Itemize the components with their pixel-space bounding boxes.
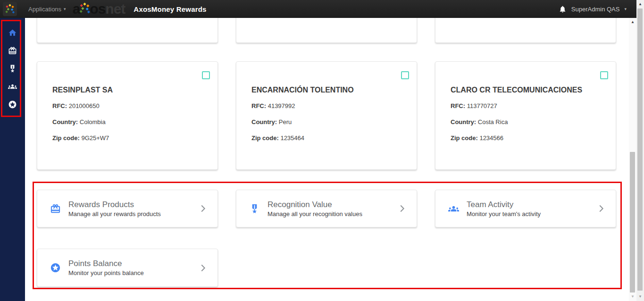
company-name: ENCARNACIÓN TOLENTINO <box>251 85 401 95</box>
brand-letters-net: net <box>105 2 125 16</box>
rfc-value: 201000650 <box>69 102 100 109</box>
window-scrollbar-thumb[interactable] <box>637 8 643 291</box>
axosnet-pinwheel-icon <box>5 4 15 14</box>
rfc-label: RFC: <box>52 102 67 109</box>
rfc-label: RFC: <box>251 102 266 109</box>
chevron-right-icon <box>198 263 208 273</box>
brand-x-pinwheel-icon <box>79 2 91 17</box>
app-window: Applications ▾ a os net AxosMoney Reward… <box>0 0 644 301</box>
chevron-right-icon <box>198 203 208 214</box>
sidebar-item-home[interactable] <box>0 24 25 42</box>
country-label: Country: <box>451 118 476 125</box>
sidebar-item-rewards-products[interactable] <box>0 42 25 59</box>
zip-value: 1235464 <box>280 134 304 142</box>
menu-card-points-balance[interactable]: Points Balance Monitor your points balan… <box>37 249 218 287</box>
scroll-down-arrow-icon[interactable]: ▼ <box>636 293 644 300</box>
scroll-down-arrow-icon[interactable]: ▼ <box>629 293 636 300</box>
company-name: RESINPLAST SA <box>52 85 202 95</box>
menu-card-rewards-products[interactable]: Rewards Products Manage all your rewards… <box>37 190 218 227</box>
menu-card-recognition-value[interactable]: Recognition Value Manage all your recogn… <box>236 190 417 227</box>
country-value: Colombia <box>80 118 106 125</box>
company-country-row: Country: Costa Rica <box>451 118 601 126</box>
brand-letters-os: os <box>90 2 105 16</box>
zip-label: Zip code: <box>251 134 279 142</box>
menu-card-text: Points Balance Monitor your points balan… <box>68 259 144 277</box>
medal-icon <box>249 203 260 214</box>
content-scrollbar-thumb[interactable] <box>630 152 635 293</box>
zip-value: 1234566 <box>479 134 503 142</box>
country-label: Country: <box>52 118 78 125</box>
company-zip-row: Zip code: 1234566 <box>451 134 601 142</box>
user-menu[interactable]: SuperAdmin QAS ▾ <box>559 5 627 13</box>
zip-value: 9G25+W7 <box>81 134 109 142</box>
rfc-label: RFC: <box>451 102 465 109</box>
country-value: Costa Rica <box>478 118 508 125</box>
company-card-claro: CLARO CR TELECOMUNICACIONES RFC: 1137707… <box>435 61 616 170</box>
company-select-checkbox[interactable] <box>202 71 210 79</box>
company-country-row: Country: Colombia <box>52 118 202 126</box>
company-card-resinplast: RESINPLAST SA RFC: 201000650 Country: Co… <box>37 61 218 170</box>
applications-label: Applications <box>28 6 61 13</box>
star-circle-icon <box>50 262 61 274</box>
menu-card-subtitle: Monitor your points balance <box>68 269 144 277</box>
menu-card-text: Recognition Value Manage all your recogn… <box>268 200 362 218</box>
rfc-value: 113770727 <box>467 102 497 109</box>
medal-icon <box>8 64 17 73</box>
top-navigation-bar: Applications ▾ a os net AxosMoney Reward… <box>0 0 637 18</box>
company-select-checkbox[interactable] <box>401 71 409 79</box>
menu-card-subtitle: Manage all your recognition values <box>268 210 362 218</box>
rfc-value: 41397992 <box>268 102 295 109</box>
home-icon <box>8 28 17 37</box>
menu-card-title: Points Balance <box>68 259 144 268</box>
menu-card-subtitle: Manage all your rewards products <box>68 210 161 218</box>
country-label: Country: <box>251 118 277 125</box>
groups-icon <box>448 203 459 214</box>
page-title: AxosMoney Rewards <box>134 5 206 13</box>
scroll-up-arrow-icon[interactable]: ▲ <box>636 1 644 8</box>
user-menu-label: SuperAdmin QAS <box>571 6 620 13</box>
company-zip-row: Zip code: 9G25+W7 <box>52 134 202 142</box>
gift-icon <box>50 203 61 214</box>
chevron-right-icon <box>397 203 407 214</box>
groups-icon <box>8 82 17 91</box>
gift-icon <box>8 46 17 55</box>
applications-dropdown[interactable]: Applications ▾ <box>28 6 66 13</box>
menu-card-title: Recognition Value <box>268 200 362 209</box>
country-value: Peru <box>279 118 292 125</box>
caret-down-icon: ▾ <box>624 7 627 11</box>
axosnet-brand-watermark: a os net <box>73 2 125 16</box>
menu-card-text: Team Activity Monitor your team's activi… <box>467 200 541 218</box>
window-scrollbar[interactable]: ▲ ▼ <box>636 0 644 301</box>
sidebar-item-team-activity[interactable] <box>0 77 25 95</box>
company-select-checkbox[interactable] <box>600 71 608 79</box>
menu-card-text: Rewards Products Manage all your rewards… <box>68 200 161 218</box>
menu-card-subtitle: Monitor your team's activity <box>467 210 541 218</box>
partial-card <box>37 18 218 43</box>
scroll-up-arrow-icon[interactable]: ▲ <box>629 19 636 25</box>
partial-card <box>236 18 417 43</box>
caret-down-icon: ▾ <box>64 7 66 11</box>
company-rfc-row: RFC: 201000650 <box>52 102 202 110</box>
company-country-row: Country: Peru <box>251 118 401 126</box>
notifications-bell-icon[interactable] <box>559 5 567 13</box>
menu-card-team-activity[interactable]: Team Activity Monitor your team's activi… <box>435 190 616 227</box>
sidebar-item-recognition-value[interactable] <box>0 59 25 77</box>
company-card-encarnacion: ENCARNACIÓN TOLENTINO RFC: 41397992 Coun… <box>236 61 417 170</box>
star-circle-icon <box>8 100 17 109</box>
zip-label: Zip code: <box>451 134 478 142</box>
left-sidebar <box>0 18 25 301</box>
axosnet-logo-tile[interactable] <box>3 2 17 16</box>
menu-card-title: Team Activity <box>467 200 541 209</box>
menu-card-title: Rewards Products <box>68 200 161 209</box>
sidebar-item-points-balance[interactable] <box>0 95 25 113</box>
company-zip-row: Zip code: 1235464 <box>251 134 401 142</box>
company-rfc-row: RFC: 113770727 <box>451 102 601 110</box>
chevron-right-icon <box>596 203 606 214</box>
partial-card <box>435 18 616 43</box>
company-name: CLARO CR TELECOMUNICACIONES <box>451 85 601 95</box>
zip-label: Zip code: <box>52 134 80 142</box>
content-scrollbar[interactable]: ▲ ▼ <box>629 18 636 301</box>
main-content: RESINPLAST SA RFC: 201000650 Country: Co… <box>25 18 629 301</box>
company-rfc-row: RFC: 41397992 <box>251 102 401 110</box>
